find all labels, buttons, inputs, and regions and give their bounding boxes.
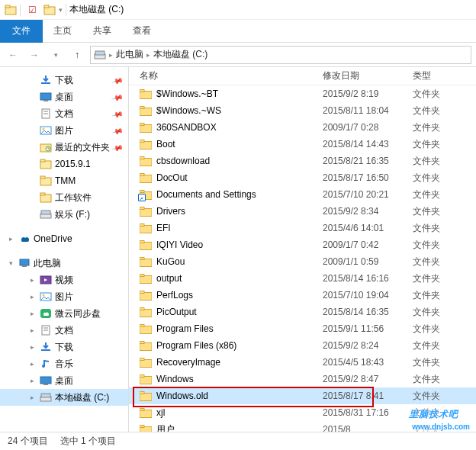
table-row[interactable]: PicOutput2015/8/14 16:35文件夹: [129, 304, 476, 320]
sidebar-item[interactable]: ▸OneDrive: [0, 230, 128, 247]
file-date: 2009/1/1 0:59: [323, 256, 413, 267]
file-date: 2009/1/7 0:42: [323, 239, 413, 250]
expand-icon[interactable]: ▸: [27, 343, 37, 351]
up-button[interactable]: ↑: [69, 47, 85, 63]
ribbon-tab-view[interactable]: 查看: [122, 20, 162, 43]
sidebar-item[interactable]: 桌面📌: [0, 88, 128, 105]
expand-icon[interactable]: ▸: [27, 326, 37, 334]
sidebar-item[interactable]: 下载📌: [0, 72, 128, 88]
breadcrumb-root[interactable]: 此电脑: [116, 48, 143, 61]
table-row[interactable]: Windows.old2015/8/17 8:41文件夹: [129, 387, 476, 404]
col-name[interactable]: 名称: [129, 69, 323, 82]
file-name: Documents and Settings: [156, 189, 256, 200]
table-row[interactable]: DocOut2015/8/17 16:50文件夹: [129, 169, 476, 186]
table-row[interactable]: Windows2015/9/2 8:47文件夹: [129, 371, 476, 387]
expand-icon[interactable]: ▸: [27, 377, 37, 384]
sidebar: 下载📌桌面📌文档📌图片📌最近的文件夹📌2015.9.1TMM工作软件娱乐 (F:…: [0, 67, 129, 432]
table-row[interactable]: xjl2015/8/31 17:16文件夹: [129, 404, 476, 421]
folder-icon: [40, 192, 52, 203]
table-row[interactable]: $Windows.~WS2015/8/11 18:04文件夹: [129, 102, 476, 119]
svg-rect-72: [140, 358, 144, 360]
folder-icon: [140, 374, 152, 384]
chevron-right-icon[interactable]: ▸: [146, 51, 150, 59]
expand-icon[interactable]: ▸: [27, 276, 37, 284]
svg-rect-60: [140, 257, 144, 259]
sidebar-item[interactable]: ▸下载: [0, 339, 128, 355]
sidebar-item[interactable]: ▸微云同步盘: [0, 305, 128, 322]
table-row[interactable]: output2015/8/14 16:16文件夹: [129, 270, 476, 287]
file-name: Windows.old: [156, 391, 208, 401]
file-type: 文件夹: [413, 289, 476, 302]
file-date: 2015/8/11 18:04: [323, 105, 413, 116]
file-type: 文件夹: [413, 423, 476, 432]
table-row[interactable]: PerfLogs2015/7/10 19:04文件夹: [129, 287, 476, 304]
onedrive-icon: [18, 233, 31, 244]
sidebar-item[interactable]: TMM: [0, 172, 128, 189]
table-row[interactable]: IQIYI Video2009/1/7 0:42文件夹: [129, 236, 476, 253]
sidebar-item[interactable]: ▾此电脑: [0, 255, 128, 272]
status-bar: 24 个项目 选中 1 个项目: [0, 432, 476, 450]
svg-rect-68: [140, 324, 144, 326]
sidebar-item[interactable]: 最近的文件夹📌: [0, 139, 128, 156]
table-row[interactable]: Documents and Settings2015/7/10 20:21文件夹: [129, 186, 476, 203]
sidebar-item[interactable]: ▸图片: [0, 288, 128, 305]
sidebar-item-label: 工作软件: [55, 191, 92, 204]
expand-icon[interactable]: ▸: [6, 235, 15, 243]
sidebar-item-label: 桌面: [55, 374, 73, 387]
table-row[interactable]: Program Files2015/9/1 11:56文件夹: [129, 320, 476, 337]
chevron-right-icon[interactable]: ▸: [109, 51, 113, 59]
sidebar-item-label: 下载: [55, 341, 73, 354]
back-button[interactable]: ←: [5, 47, 21, 63]
file-date: 2015/9/2 8:34: [323, 206, 413, 217]
svg-rect-7: [40, 93, 51, 100]
file-date: 2015/9/2 8:24: [323, 340, 413, 351]
ribbon-tab-home[interactable]: 主页: [43, 20, 82, 43]
file-name: EFI: [156, 223, 171, 233]
table-row[interactable]: 360SANDBOX2009/1/7 0:28文件夹: [129, 119, 476, 136]
svg-rect-36: [43, 384, 48, 385]
file-type: 文件夹: [413, 373, 476, 386]
table-row[interactable]: KuGou2009/1/1 0:59文件夹: [129, 253, 476, 270]
sidebar-item[interactable]: 娱乐 (F:): [0, 206, 128, 223]
svg-point-28: [43, 294, 45, 297]
file-type: 文件夹: [413, 390, 476, 403]
table-row[interactable]: Program Files (x86)2015/9/2 8:24文件夹: [129, 337, 476, 354]
address-bar[interactable]: ▸ 此电脑 ▸ 本地磁盘 (C:): [90, 46, 471, 64]
sidebar-item[interactable]: 文档📌: [0, 105, 128, 122]
file-date: 2015/4/5 18:43: [323, 357, 413, 368]
sidebar-item[interactable]: 工作软件: [0, 189, 128, 206]
file-type: 文件夹: [413, 104, 476, 117]
expand-icon[interactable]: ▸: [27, 293, 37, 301]
sidebar-item[interactable]: ▸本地磁盘 (C:): [0, 389, 128, 406]
sidebar-item[interactable]: ▸桌面: [0, 372, 128, 389]
table-row[interactable]: Boot2015/8/14 14:43文件夹: [129, 136, 476, 153]
table-row[interactable]: EFI2015/4/6 14:01文件夹: [129, 220, 476, 236]
expand-icon[interactable]: ▸: [27, 360, 37, 368]
pic-icon: [40, 125, 52, 136]
expand-icon[interactable]: ▸: [27, 394, 37, 401]
folder-icon: [140, 341, 152, 351]
checkbox-icon[interactable]: ☑: [24, 2, 40, 18]
table-row[interactable]: 用户2015/8文件夹: [129, 421, 476, 432]
expand-icon[interactable]: ▸: [27, 310, 37, 317]
ribbon-tab-file[interactable]: 文件: [0, 20, 43, 43]
sidebar-item[interactable]: 图片📌: [0, 122, 128, 139]
sidebar-item[interactable]: 2015.9.1: [0, 156, 128, 172]
col-type[interactable]: 类型: [413, 69, 476, 82]
svg-rect-54: [140, 207, 144, 209]
col-date[interactable]: 修改日期: [323, 69, 413, 82]
folder-icon: [140, 425, 152, 432]
ribbon-tab-share[interactable]: 共享: [82, 20, 122, 43]
sidebar-item[interactable]: ▸视频: [0, 272, 128, 288]
sidebar-item-label: 微云同步盘: [55, 307, 101, 320]
sidebar-item[interactable]: ▸音乐: [0, 355, 128, 372]
expand-icon[interactable]: ▾: [6, 259, 15, 267]
table-row[interactable]: $Windows.~BT2015/9/2 8:19文件夹: [129, 85, 476, 102]
table-row[interactable]: RecoveryImage2015/4/5 18:43文件夹: [129, 354, 476, 371]
table-row[interactable]: Drivers2015/9/2 8:34文件夹: [129, 203, 476, 220]
breadcrumb-current[interactable]: 本地磁盘 (C:): [153, 48, 207, 61]
table-row[interactable]: cbsdownload2015/8/21 16:35文件夹: [129, 153, 476, 169]
sidebar-item[interactable]: ▸文档: [0, 322, 128, 339]
history-button[interactable]: ▾: [47, 47, 64, 63]
chevron-down-icon[interactable]: ▾: [59, 6, 63, 14]
